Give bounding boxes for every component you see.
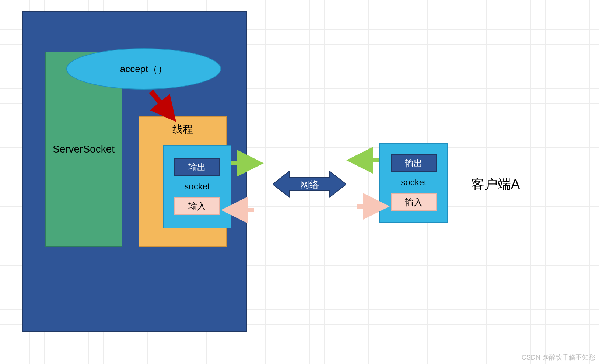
server-output-chip: 输出 [174, 158, 220, 176]
server-socket-text: socket [184, 181, 210, 192]
watermark: CSDN @醉饮千觞不知愁 [522, 353, 595, 362]
client-input-chip: 输入 [391, 193, 437, 211]
client-input-label: 输入 [405, 196, 423, 208]
network-group: 网络 [273, 169, 346, 199]
server-input-chip: 输入 [174, 197, 220, 215]
client-output-chip: 输出 [391, 154, 437, 172]
server-socket-inner: 输出 socket 输入 [163, 145, 231, 228]
server-input-label: 输入 [188, 200, 206, 212]
client-output-label: 输出 [405, 157, 423, 169]
thread-label: 线程 [139, 122, 226, 136]
diagram-stage: ServerSocket accept（） 线程 输出 socket 输入 输出… [0, 0, 599, 364]
server-output-label: 输出 [188, 161, 206, 173]
network-double-arrow-icon [273, 169, 346, 199]
accept-label: accept（） [120, 63, 168, 76]
client-socket-text: socket [401, 177, 426, 188]
client-socket-box: 输出 socket 输入 [379, 143, 448, 223]
client-label: 客户端A [471, 175, 520, 193]
svg-marker-0 [273, 171, 346, 197]
accept-ellipse: accept（） [66, 48, 221, 90]
client-label-box: 客户端A [459, 175, 532, 193]
server-socket-label: ServerSocket [53, 143, 115, 155]
